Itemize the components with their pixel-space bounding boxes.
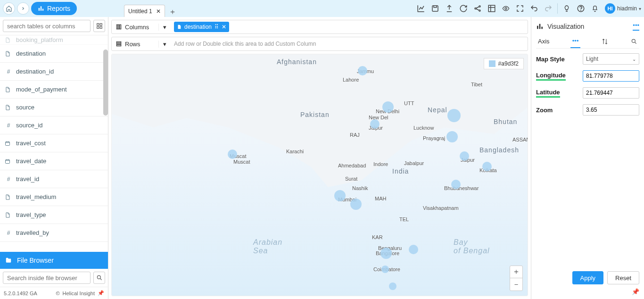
field-label: source: [16, 104, 34, 111]
vis-more-icon[interactable]: •••: [633, 22, 639, 31]
user-name: hiadmin: [617, 5, 637, 12]
field-item-booking_platform[interactable]: booking_platform: [0, 35, 108, 45]
refresh-icon[interactable]: [456, 1, 471, 16]
field-item-travel_date[interactable]: travel_date: [0, 152, 108, 170]
folder-icon: [5, 257, 12, 264]
data-bubble[interactable]: [381, 266, 389, 273]
document-tab[interactable]: Untitled 1 ✕: [124, 5, 165, 17]
grid-icon[interactable]: [93, 20, 105, 32]
remove-pill-icon[interactable]: ✕: [222, 24, 226, 30]
scrollbar-thumb[interactable]: [103, 50, 108, 116]
panel-pin-icon[interactable]: 📌: [632, 288, 639, 295]
svg-rect-23: [116, 45, 121, 46]
fullscreen-icon[interactable]: [513, 1, 527, 16]
rows-label: Rows: [125, 41, 140, 48]
help-icon[interactable]: [574, 1, 588, 16]
pin-icon[interactable]: 📌: [98, 290, 104, 296]
pill-label: destination: [184, 24, 212, 30]
svg-point-6: [479, 10, 480, 11]
hash-icon: #: [5, 122, 12, 129]
field-item-source_id[interactable]: #source_id: [0, 116, 108, 134]
tab-axis[interactable]: Axis: [536, 35, 552, 48]
svg-rect-13: [97, 26, 99, 28]
zoom-out-button[interactable]: －: [510, 278, 522, 291]
svg-point-4: [475, 8, 476, 9]
file-search-input[interactable]: [3, 272, 91, 284]
field-item-source[interactable]: source: [0, 99, 108, 116]
reports-pill[interactable]: Reports: [31, 2, 77, 15]
field-item-destination_id[interactable]: #destination_id: [0, 63, 108, 81]
apply-button[interactable]: Apply: [572, 271, 604, 284]
svg-rect-16: [6, 159, 10, 163]
save-icon[interactable]: [428, 1, 442, 16]
map-canvas[interactable]: AfghanistanPakistanNepalBhutanBangladesh…: [111, 54, 528, 296]
field-item-travel_type[interactable]: travel_type: [0, 206, 108, 224]
field-item-travelled_by[interactable]: #travelled_by: [0, 224, 108, 242]
rows-shelf[interactable]: Rows ▾ Add row or Double click this area…: [111, 37, 528, 51]
data-bubble[interactable]: [350, 199, 362, 210]
columns-dropdown[interactable]: ▾: [159, 24, 170, 31]
data-bubble[interactable]: [380, 248, 392, 259]
data-bubble[interactable]: [460, 151, 469, 161]
longitude-input[interactable]: [583, 70, 639, 82]
data-bubble[interactable]: [228, 150, 237, 159]
field-item-destination[interactable]: destination: [0, 45, 108, 63]
data-bubble[interactable]: [382, 101, 394, 113]
redo-icon[interactable]: [541, 1, 555, 16]
data-bubble[interactable]: [447, 109, 461, 122]
undo-icon[interactable]: [527, 1, 541, 16]
data-bubble[interactable]: [446, 131, 458, 142]
data-bubble[interactable]: [409, 245, 418, 254]
data-bubble[interactable]: [370, 119, 380, 129]
new-tab-button[interactable]: ＋: [169, 7, 176, 17]
columns-icon: [116, 24, 122, 30]
reset-button[interactable]: Reset: [607, 271, 639, 284]
zoom-label: Zoom: [536, 107, 553, 114]
zoom-input[interactable]: [583, 104, 639, 116]
map-style-select[interactable]: Light ⌄: [583, 53, 639, 65]
file-browser-toggle[interactable]: File Browser: [0, 252, 108, 269]
data-bubble[interactable]: [451, 180, 461, 189]
svg-rect-15: [6, 141, 10, 145]
zoom-in-button[interactable]: ＋: [510, 266, 522, 278]
field-item-travel_cost[interactable]: travel_cost: [0, 134, 108, 152]
home-button[interactable]: [3, 2, 15, 15]
export-icon[interactable]: [442, 1, 456, 16]
search-icon[interactable]: [93, 272, 105, 284]
eye-icon[interactable]: [499, 1, 513, 16]
close-icon[interactable]: ✕: [156, 8, 161, 15]
reports-label: Reports: [47, 5, 70, 12]
bell-icon[interactable]: [588, 1, 602, 16]
avatar: HI: [605, 3, 615, 14]
data-bubble[interactable]: [358, 66, 367, 75]
data-bubble[interactable]: [389, 282, 396, 290]
svg-rect-22: [116, 43, 121, 44]
latitude-input[interactable]: [583, 87, 639, 99]
data-bubble[interactable]: [334, 190, 346, 201]
user-menu[interactable]: HI hiadmin ▾: [605, 3, 641, 14]
sort-icon[interactable]: [600, 35, 610, 48]
chart-icon[interactable]: [414, 1, 428, 16]
rows-dropdown[interactable]: ▾: [159, 41, 170, 48]
data-bubble[interactable]: [482, 162, 492, 171]
columns-label: Columns: [125, 24, 149, 31]
visualization-label: Visualization: [547, 23, 584, 30]
svg-rect-18: [116, 25, 117, 29]
file-browser-label: File Browser: [17, 257, 54, 264]
column-pill-destination[interactable]: destination ⠿ ✕: [174, 22, 229, 32]
share-icon[interactable]: [471, 1, 485, 16]
breadcrumb-next[interactable]: [17, 2, 29, 15]
rows-placeholder[interactable]: Add row or Double click this area to add…: [170, 41, 528, 47]
field-item-mode_of_payment[interactable]: mode_of_payment: [0, 81, 108, 99]
panel-search-icon[interactable]: [629, 35, 639, 48]
field-item-travel_medium[interactable]: travel_medium: [0, 188, 108, 206]
field-item-travel_id[interactable]: #travel_id: [0, 170, 108, 188]
field-search-input[interactable]: [3, 20, 91, 32]
columns-shelf[interactable]: Columns ▾ destination ⠿ ✕: [111, 20, 528, 34]
hash-icon: #: [5, 176, 12, 183]
bulb-icon[interactable]: [560, 1, 574, 16]
tab-more[interactable]: •••: [570, 34, 581, 48]
layout-icon[interactable]: [485, 1, 499, 16]
brand-label: Helical Insight: [63, 291, 95, 296]
drag-icon[interactable]: ⠿: [215, 24, 219, 30]
